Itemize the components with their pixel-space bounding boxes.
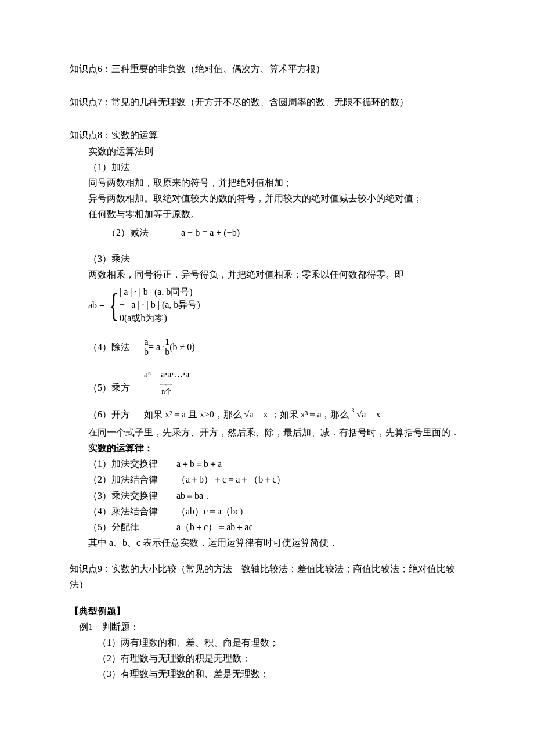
example-1-heading: 例1 判断题：: [70, 619, 464, 635]
kp8-division-heading: （4）除法: [88, 339, 130, 355]
laws-title: 实数的运算律：: [70, 440, 464, 456]
kp8-subtraction-heading: （2）减法: [88, 225, 149, 240]
law-5: （5）分配律 a（b＋c）＝ab＋ac: [70, 519, 464, 535]
kp8-addition-line2: 异号两数相加。取绝对值较大的数的符号，并用较大的绝对值减去较小的绝对值；: [70, 190, 464, 206]
laws-note: 其中 a、b、c 表示任意实数．运用运算律有时可使运算简便．: [70, 535, 464, 550]
examples-title: 【典型例题】: [70, 603, 464, 619]
kp8-addition-line3: 任何数与零相加等于原数。: [70, 206, 464, 222]
subtraction-formula: a − b = a + (−b): [163, 225, 240, 240]
kp8-order-of-operations: 在同一个式子里，先乘方、开方，然后乘、除，最后加、减．有括号时，先算括号里面的．: [70, 424, 464, 440]
kp8-title: 知识点8：实数的运算: [70, 127, 464, 143]
example-1-line1: （1）两有理数的和、差、积、商是有理数；: [70, 635, 464, 650]
example-1-line2: （2）有理数与无理数的积是无理数；: [70, 650, 464, 666]
root-expr-1: √a = x: [244, 409, 270, 419]
brace-line-same-sign: | a | · | b | (a, b同号): [120, 286, 200, 298]
knowledge-point-6: 知识点6：三种重要的非负数（绝对值、偶次方、算术平方根）: [70, 61, 464, 77]
knowledge-point-8: 知识点8：实数的运算 实数的运算法则 （1）加法 同号两数相加，取原来的符号，并…: [70, 127, 464, 550]
law-2: （2）加法结合律 （a＋b）＋c＝a＋（b＋c）: [70, 471, 464, 487]
brace-line-zero: 0(a或b为零): [120, 312, 200, 325]
kp8-root-heading: （6）开方: [88, 409, 130, 419]
knowledge-point-7: 知识点7：常见的几种无理数（开方开不尽的数、含圆周率的数、无限不循环的数）: [70, 94, 464, 110]
law-1: （1）加法交换律 a＋b＝b＋a: [70, 456, 464, 471]
kp8-multiplication-line1: 两数相乘，同号得正，异号得负，并把绝对值相乘；零乘以任何数都得零。即: [70, 267, 464, 282]
root-expr-2: 3 √a = x: [352, 409, 381, 419]
law-3: （3）乘法交换律 ab＝ba．: [70, 488, 464, 503]
root-cond-2: ；如果 x³＝a，那么: [270, 409, 349, 419]
example-1-line3: （3）有理数与无理数的和、差是无理数；: [70, 666, 464, 682]
kp8-root-line: （6）开方 如果 x²＝a 且 x≥0，那么 √a = x ；如果 x³＝a，那…: [88, 406, 464, 422]
multiplication-brace-formula: ab = { | a | · | b | (a, b同号) − | a | · …: [88, 286, 464, 325]
power-formula: aⁿ = a·a·…·a ⏟ n个: [144, 369, 189, 395]
division-formula: a b = a · 1 b (b ≠ 0): [144, 337, 195, 357]
kp8-multiplication-heading: （3）乘法: [70, 251, 464, 267]
root-cond-1: 如果 x²＝a 且 x≥0，那么: [144, 409, 242, 419]
law-4: （4）乘法结合律 （ab）c＝a（bc）: [70, 503, 464, 519]
brace-line-diff-sign: − | a | · | b | (a, b异号): [120, 298, 200, 311]
kp8-addition-heading: （1）加法: [70, 159, 464, 175]
kp8-rules-heading: 实数的运算法则: [70, 143, 464, 159]
knowledge-point-9: 知识点9：实数的大小比较（常见的方法—数轴比较法；差值比较法；商值比较法；绝对值…: [70, 561, 464, 592]
kp8-addition-line1: 同号两数相加，取原来的符号，并把绝对值相加；: [70, 175, 464, 190]
kp8-power-heading: （5）乘方: [88, 380, 130, 395]
